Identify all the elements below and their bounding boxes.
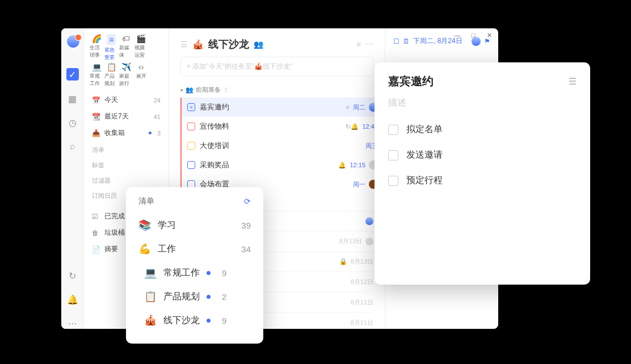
- smart-life[interactable]: 🌈生活琐事: [90, 34, 103, 61]
- subtask-checkbox[interactable]: [388, 125, 398, 135]
- toggle-sidebar-icon[interactable]: ☰: [180, 40, 188, 49]
- lists-popup: 清单 ⟳ 📚 学习 39 💪 工作 34 💻 常规工作 9 📋 产品规划 2 🎪…: [126, 187, 263, 344]
- color-dot-icon: [207, 295, 211, 299]
- assignee-avatar: [365, 217, 373, 225]
- avatar[interactable]: [66, 34, 81, 49]
- detail-title: 嘉宾邀约: [388, 74, 434, 89]
- task-date: 8月12日: [351, 278, 373, 286]
- sync-icon[interactable]: ⟳: [244, 197, 251, 206]
- window-maximize-icon[interactable]: □: [470, 32, 477, 39]
- task-time: 12:15: [350, 162, 365, 168]
- smart-urgent[interactable]: ≡紧急重要: [104, 34, 118, 61]
- week-icon: 📆: [92, 113, 101, 121]
- subtask-label: 拟定名单: [406, 124, 443, 136]
- repeat-alarm-icon: ↻🔔: [346, 123, 359, 130]
- nav-today[interactable]: 📅 今天 24: [87, 92, 165, 108]
- nav-pomo-icon[interactable]: ◷: [67, 117, 78, 128]
- sort-icon[interactable]: ≡: [356, 40, 361, 49]
- smart-expand-placeholder: [149, 34, 163, 61]
- task-date: 8月13日: [351, 257, 373, 266]
- tent-icon: 🎪: [144, 314, 157, 327]
- smart-travel[interactable]: ✈️家庭旅行: [119, 62, 133, 87]
- task-row[interactable]: ≡ 嘉宾邀约 ≡ 周二: [182, 98, 385, 117]
- task-label: 嘉宾邀约: [200, 102, 229, 112]
- more-icon[interactable]: ⋯: [67, 318, 78, 329]
- subtask-label: 发送邀请: [406, 149, 443, 161]
- nav-calendar-icon[interactable]: ▦: [67, 93, 78, 104]
- list-emoji-icon: 🎪: [192, 39, 204, 50]
- task-row[interactable]: 宣传物料 ↻🔔 12:45: [182, 117, 385, 136]
- task-label: 宣传物料: [200, 121, 229, 132]
- list-item[interactable]: 💻 常规工作 9: [138, 261, 251, 285]
- chevron-down-icon: ▾: [180, 87, 183, 93]
- task-date: 周二: [353, 103, 365, 112]
- smart-video[interactable]: 🎬视频运营: [134, 34, 148, 61]
- description-placeholder[interactable]: 描述: [388, 97, 577, 109]
- calendar-icon: 📅: [92, 96, 101, 104]
- color-dot-icon: [207, 319, 211, 323]
- task-checkbox[interactable]: [187, 142, 195, 150]
- subtask-row[interactable]: 发送邀请: [388, 142, 577, 168]
- task-date: 8月11日: [351, 319, 373, 327]
- share-icon[interactable]: 👥: [254, 40, 263, 49]
- section-lists[interactable]: 清单: [87, 141, 165, 156]
- task-row[interactable]: 采购奖品 🔔 12:15: [182, 155, 385, 175]
- lock-icon: 🔒: [339, 258, 347, 265]
- section-filters[interactable]: 过滤器: [87, 172, 165, 187]
- window-minimize-icon[interactable]: —: [454, 32, 461, 39]
- color-dot-icon: [207, 271, 211, 275]
- section-toggle[interactable]: ▾ 👥 前期筹备 7: [169, 82, 385, 98]
- nav-inbox[interactable]: 📥 收集箱 3: [87, 125, 165, 141]
- menu-icon[interactable]: ☰: [569, 76, 577, 87]
- nav-next7[interactable]: 📆 最近7天 41: [87, 108, 165, 125]
- popup-title: 清单: [138, 196, 154, 206]
- sync-icon[interactable]: ↻: [67, 270, 78, 281]
- detail-date-icon: 🗓: [403, 37, 410, 45]
- subtask-row[interactable]: 拟定名单: [388, 117, 577, 142]
- task-label: 大使培训: [200, 141, 229, 151]
- add-task-input[interactable]: + 添加"今天"的任务至"🎪线下沙龙": [180, 57, 373, 77]
- subtask-label: 预定行程: [406, 175, 443, 187]
- alarm-icon: 🔔: [338, 162, 346, 169]
- subtask-checkbox[interactable]: [388, 150, 398, 160]
- trash-icon: 🗑: [92, 229, 101, 237]
- task-date: 8月11日: [351, 298, 373, 307]
- smart-media[interactable]: 🏷新媒体: [119, 34, 133, 61]
- list-item[interactable]: 🎪 线下沙龙 9: [138, 308, 251, 332]
- task-checkbox[interactable]: ≡: [187, 103, 195, 111]
- nav-search-icon[interactable]: ⌕: [67, 141, 78, 152]
- subtask-icon: ≡: [346, 104, 350, 111]
- list-item[interactable]: 📋 产品规划 2: [138, 285, 251, 308]
- window-close-icon[interactable]: ✕: [486, 32, 493, 39]
- task-checkbox[interactable]: [187, 161, 195, 169]
- laptop-icon: 💻: [144, 266, 157, 279]
- more-header-icon[interactable]: ⋯: [365, 40, 373, 49]
- page-title: 线下沙龙: [208, 37, 249, 51]
- task-date: 周一: [353, 180, 365, 189]
- task-date: 8月13日: [339, 237, 362, 246]
- inbox-icon: 📥: [92, 129, 101, 137]
- task-checkbox[interactable]: [187, 122, 195, 130]
- assignee-avatar: [365, 238, 373, 246]
- subtask-row[interactable]: 预定行程: [388, 168, 577, 193]
- task-row[interactable]: 大使培训 周三: [182, 136, 385, 155]
- section-tags[interactable]: 标签: [87, 156, 165, 172]
- notification-icon[interactable]: 🔔: [67, 294, 78, 305]
- smart-work[interactable]: 💻常规工作: [90, 62, 103, 87]
- unread-dot-icon: [149, 132, 152, 134]
- subtask-checkbox[interactable]: [388, 176, 398, 186]
- books-icon: 📚: [138, 219, 151, 231]
- detail-checkbox-icon[interactable]: ☐: [393, 37, 399, 45]
- check-icon: ☑: [92, 213, 101, 221]
- smart-expand[interactable]: ‹›展开: [134, 62, 148, 87]
- nav-tasks-icon[interactable]: ✓: [66, 68, 79, 81]
- doc-icon: 📄: [92, 246, 101, 253]
- task-label: 采购奖品: [200, 160, 229, 170]
- clipboard-icon: 📋: [144, 290, 157, 303]
- task-detail-popup: 嘉宾邀约 ☰ 描述 拟定名单 发送邀请 预定行程: [375, 62, 590, 285]
- smart-product[interactable]: 📋产品规划: [104, 62, 118, 87]
- muscle-icon: 💪: [138, 243, 151, 255]
- list-item[interactable]: 📚 学习 39: [138, 213, 251, 237]
- list-item[interactable]: 💪 工作 34: [138, 237, 251, 261]
